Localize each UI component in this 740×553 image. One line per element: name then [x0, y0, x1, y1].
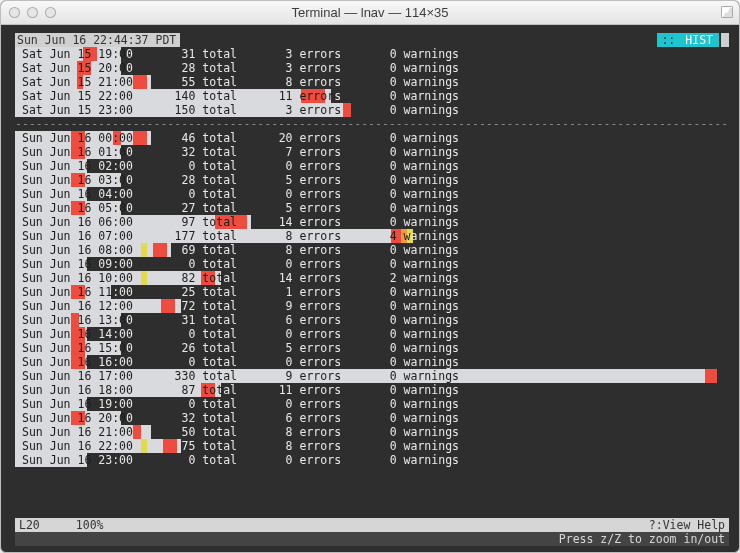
hist-mode-label: HIST — [679, 33, 719, 47]
row-text: Sun Jun 16 14:00 0 total 0 errors 0 warn… — [15, 327, 459, 341]
top-status-bar: Sun Jun 16 22:44:37 PDT :: HIST — [15, 33, 729, 47]
row-text: Sat Jun 15 22:00 140 total 11 errors 0 w… — [15, 89, 459, 103]
histogram-rows: Sat Jun 15 19:00 31 total 3 errors 0 war… — [15, 47, 729, 467]
titlebar: Terminal — lnav — 114×35 — [1, 1, 739, 25]
row-text: Sat Jun 15 23:00 150 total 3 errors 0 wa… — [15, 103, 459, 117]
histogram-row: Sun Jun 16 22:00 75 total 8 errors 0 war… — [15, 439, 729, 453]
histogram-row: Sun Jun 16 07:00 177 total 8 errors 4 wa… — [15, 229, 729, 243]
row-text: Sun Jun 16 19:00 0 total 0 errors 0 warn… — [15, 397, 459, 411]
minimize-icon[interactable] — [27, 7, 38, 18]
row-text: Sun Jun 16 15:00 26 total 5 errors 0 war… — [15, 341, 459, 355]
expand-icon[interactable] — [721, 6, 733, 18]
histogram-row: Sun Jun 16 15:00 26 total 5 errors 0 war… — [15, 341, 729, 355]
row-text: Sat Jun 15 21:00 55 total 8 errors 0 war… — [15, 75, 459, 89]
row-text: Sun Jun 16 23:00 0 total 0 errors 0 warn… — [15, 453, 459, 467]
histogram-row: Sun Jun 16 23:00 0 total 0 errors 0 warn… — [15, 453, 729, 467]
row-text: Sun Jun 16 03:00 28 total 5 errors 0 war… — [15, 173, 459, 187]
clock-text: Sun Jun 16 22:44:37 PDT — [15, 33, 180, 47]
row-text: Sun Jun 16 01:00 32 total 7 errors 0 war… — [15, 145, 459, 159]
histogram-row: Sun Jun 16 09:00 0 total 0 errors 0 warn… — [15, 257, 729, 271]
row-text: Sun Jun 16 06:00 97 total 14 errors 0 wa… — [15, 215, 459, 229]
row-text: Sat Jun 15 20:00 28 total 3 errors 0 war… — [15, 61, 459, 75]
histogram-row: Sat Jun 15 21:00 55 total 8 errors 0 war… — [15, 75, 729, 89]
row-text: Sun Jun 16 11:00 25 total 1 errors 0 war… — [15, 285, 459, 299]
histogram-row: Sun Jun 16 14:00 0 total 0 errors 0 warn… — [15, 327, 729, 341]
section-divider: ----------------------------------------… — [15, 117, 729, 131]
row-text: Sun Jun 16 22:00 75 total 8 errors 0 war… — [15, 439, 459, 453]
line-number: L20 — [19, 518, 40, 532]
close-icon[interactable] — [9, 7, 20, 18]
row-text: Sun Jun 16 02:00 0 total 0 errors 0 warn… — [15, 159, 459, 173]
scrollbar-icon[interactable] — [721, 33, 729, 47]
red-tick-icon — [705, 369, 717, 383]
histogram-row: Sun Jun 16 13:00 31 total 6 errors 0 war… — [15, 313, 729, 327]
terminal-viewport[interactable]: Sun Jun 16 22:44:37 PDT :: HIST Sat Jun … — [1, 25, 739, 552]
row-text: Sun Jun 16 20:00 32 total 6 errors 0 war… — [15, 411, 459, 425]
row-text: Sun Jun 16 17:00 330 total 9 errors 0 wa… — [15, 369, 459, 383]
row-text: Sun Jun 16 08:00 69 total 8 errors 0 war… — [15, 243, 459, 257]
histogram-row: Sun Jun 16 04:00 0 total 0 errors 0 warn… — [15, 187, 729, 201]
row-text: Sun Jun 16 12:00 72 total 9 errors 0 war… — [15, 299, 459, 313]
histogram-row: Sun Jun 16 12:00 72 total 9 errors 0 war… — [15, 299, 729, 313]
histogram-row: Sun Jun 16 11:00 25 total 1 errors 0 war… — [15, 285, 729, 299]
status-line: L20 100% ?:View Help — [15, 518, 729, 532]
row-text: Sun Jun 16 10:00 82 total 14 errors 2 wa… — [15, 271, 459, 285]
hint-line: Press z/Z to zoom in/out — [15, 532, 729, 546]
hist-indicator: :: — [657, 33, 679, 47]
histogram-row: Sat Jun 15 22:00 140 total 11 errors 0 w… — [15, 89, 729, 103]
histogram-row: Sun Jun 16 02:00 0 total 0 errors 0 warn… — [15, 159, 729, 173]
percent: 100% — [76, 518, 104, 532]
histogram-row: Sun Jun 16 08:00 69 total 8 errors 0 war… — [15, 243, 729, 257]
histogram-row: Sun Jun 16 00:00 46 total 20 errors 0 wa… — [15, 131, 729, 145]
histogram-row: Sun Jun 16 21:00 50 total 8 errors 0 war… — [15, 425, 729, 439]
histogram-row: Sun Jun 16 10:00 82 total 14 errors 2 wa… — [15, 271, 729, 285]
zoom-icon[interactable] — [45, 7, 56, 18]
row-text: Sun Jun 16 07:00 177 total 8 errors 4 wa… — [15, 229, 459, 243]
help-hint: ?:View Help — [649, 518, 725, 532]
row-text: Sun Jun 16 21:00 50 total 8 errors 0 war… — [15, 425, 459, 439]
traffic-lights — [9, 7, 56, 18]
histogram-row: Sun Jun 16 19:00 0 total 0 errors 0 warn… — [15, 397, 729, 411]
row-text: Sun Jun 16 18:00 87 total 11 errors 0 wa… — [15, 383, 459, 397]
row-text: Sun Jun 16 04:00 0 total 0 errors 0 warn… — [15, 187, 459, 201]
histogram-row: Sun Jun 16 16:00 0 total 0 errors 0 warn… — [15, 355, 729, 369]
window-title: Terminal — lnav — 114×35 — [1, 5, 739, 20]
histogram-row: Sun Jun 16 03:00 28 total 5 errors 0 war… — [15, 173, 729, 187]
row-text: Sun Jun 16 00:00 46 total 20 errors 0 wa… — [15, 131, 459, 145]
row-text: Sun Jun 16 16:00 0 total 0 errors 0 warn… — [15, 355, 459, 369]
histogram-row: Sat Jun 15 19:00 31 total 3 errors 0 war… — [15, 47, 729, 61]
histogram-row: Sun Jun 16 20:00 32 total 6 errors 0 war… — [15, 411, 729, 425]
histogram-row: Sun Jun 16 18:00 87 total 11 errors 0 wa… — [15, 383, 729, 397]
histogram-row: Sat Jun 15 23:00 150 total 3 errors 0 wa… — [15, 103, 729, 117]
histogram-row: Sun Jun 16 06:00 97 total 14 errors 0 wa… — [15, 215, 729, 229]
row-text: Sun Jun 16 13:00 31 total 6 errors 0 war… — [15, 313, 459, 327]
histogram-row: Sun Jun 16 01:00 32 total 7 errors 0 war… — [15, 145, 729, 159]
row-text: Sun Jun 16 09:00 0 total 0 errors 0 warn… — [15, 257, 459, 271]
histogram-row: Sat Jun 15 20:00 28 total 3 errors 0 war… — [15, 61, 729, 75]
zoom-hint: Press z/Z to zoom in/out — [559, 532, 725, 546]
terminal-window: Terminal — lnav — 114×35 Sun Jun 16 22:4… — [0, 0, 740, 553]
histogram-row: Sun Jun 16 05:00 27 total 5 errors 0 war… — [15, 201, 729, 215]
row-text: Sun Jun 16 05:00 27 total 5 errors 0 war… — [15, 201, 459, 215]
row-text: Sat Jun 15 19:00 31 total 3 errors 0 war… — [15, 47, 459, 61]
histogram-row: Sun Jun 16 17:00 330 total 9 errors 0 wa… — [15, 369, 729, 383]
